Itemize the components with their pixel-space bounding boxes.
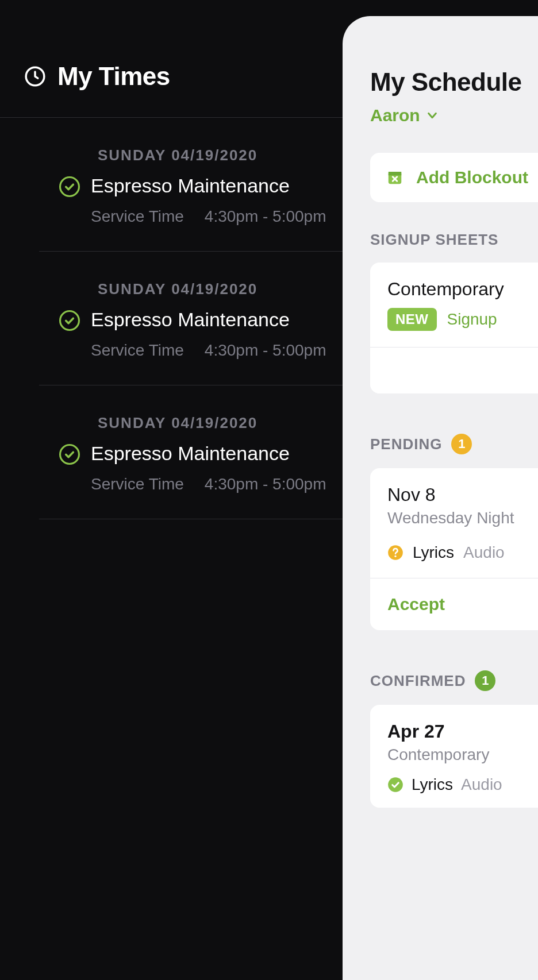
add-blockout-button[interactable]: Add Blockout: [370, 153, 538, 202]
time-item[interactable]: SUNDAY 04/19/2020 Espresso Maintenance S…: [39, 118, 343, 252]
service-label: Service Time: [91, 475, 184, 493]
check-circle-icon: [59, 310, 80, 331]
time-item[interactable]: SUNDAY 04/19/2020 Espresso Maintenance S…: [39, 385, 343, 519]
pending-role-secondary: Audio: [463, 543, 505, 562]
time-title: Espresso Maintenance: [91, 308, 326, 331]
confirmed-role-primary: Lyrics: [412, 775, 453, 794]
calendar-x-icon: [386, 169, 403, 186]
svg-point-8: [388, 777, 403, 792]
signup-sheets-label: SIGNUP SHEETS: [370, 231, 538, 249]
chevron-down-icon: [426, 109, 439, 122]
user-name: Aaron: [370, 106, 420, 125]
question-icon: [387, 545, 403, 561]
pending-date: Nov 8: [387, 484, 538, 506]
signup-title: Contemporary: [387, 279, 538, 300]
svg-point-1: [60, 178, 79, 196]
svg-point-3: [60, 445, 79, 464]
my-times-title: My Times: [57, 62, 170, 91]
pending-card[interactable]: Nov 8 Wednesday Night Lyrics Audio Accep…: [370, 468, 538, 630]
time-body: Espresso Maintenance Service Time 4:30pm…: [91, 442, 326, 493]
time-date: SUNDAY 04/19/2020: [98, 414, 343, 432]
signup-card[interactable]: Contemporary NEW Signup: [370, 263, 538, 393]
time-title: Espresso Maintenance: [91, 442, 326, 465]
check-circle-icon: [59, 176, 80, 198]
svg-point-2: [60, 311, 79, 330]
accept-button[interactable]: Accept: [387, 595, 445, 614]
times-list: SUNDAY 04/19/2020 Espresso Maintenance S…: [0, 118, 343, 519]
time-range: 4:30pm - 5:00pm: [205, 341, 326, 360]
time-body: Espresso Maintenance Service Time 4:30pm…: [91, 175, 326, 226]
time-item[interactable]: SUNDAY 04/19/2020 Espresso Maintenance S…: [39, 252, 343, 385]
service-label: Service Time: [91, 341, 184, 360]
confirmed-card[interactable]: Apr 27 Contemporary Lyrics Audio: [370, 705, 538, 808]
confirmed-subtitle: Contemporary: [387, 746, 538, 764]
time-date: SUNDAY 04/19/2020: [98, 280, 343, 298]
confirmed-role-secondary: Audio: [461, 775, 502, 794]
pending-label: PENDING 1: [370, 434, 538, 454]
check-fill-icon: [387, 777, 403, 793]
signup-empty-row: [370, 348, 538, 393]
signup-action[interactable]: Signup: [447, 310, 497, 329]
my-schedule-title: My Schedule: [370, 68, 538, 97]
pending-count-badge: 1: [451, 434, 472, 454]
service-label: Service Time: [91, 207, 184, 226]
pending-role-primary: Lyrics: [413, 543, 454, 562]
confirmed-date: Apr 27: [387, 721, 538, 742]
time-body: Espresso Maintenance Service Time 4:30pm…: [91, 308, 326, 360]
confirmed-count-badge: 1: [475, 670, 495, 691]
clock-icon: [24, 65, 46, 87]
time-range: 4:30pm - 5:00pm: [205, 207, 326, 226]
svg-rect-5: [389, 172, 402, 175]
my-times-header: My Times: [0, 0, 343, 91]
pending-subtitle: Wednesday Night: [387, 509, 538, 527]
time-range: 4:30pm - 5:00pm: [205, 475, 326, 493]
time-date: SUNDAY 04/19/2020: [98, 146, 343, 164]
my-schedule-panel: My Schedule Aaron Add Blockout SIGNUP SH…: [343, 16, 538, 980]
confirmed-label: CONFIRMED 1: [370, 670, 538, 691]
add-blockout-label: Add Blockout: [416, 168, 528, 187]
my-times-panel: My Times SUNDAY 04/19/2020 Espresso Main…: [0, 0, 343, 980]
time-title: Espresso Maintenance: [91, 175, 326, 197]
user-selector[interactable]: Aaron: [370, 106, 439, 125]
new-badge: NEW: [387, 308, 437, 331]
check-circle-icon: [59, 443, 80, 465]
svg-point-7: [394, 555, 396, 557]
